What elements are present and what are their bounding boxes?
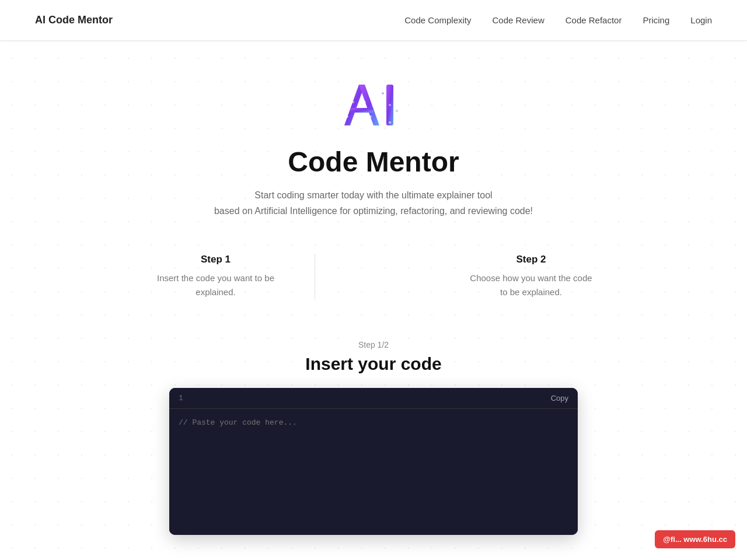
code-section-title: Insert your code [305,354,441,374]
code-section: Step 1/2 Insert your code 1 Copy [0,340,747,535]
svg-rect-2 [350,108,374,113]
hero-subtitle: Start coding smarter today with the ulti… [214,187,533,219]
hero-title: Code Mentor [288,146,459,178]
brand-name[interactable]: AI Code Mentor [35,14,113,26]
code-editor-header: 1 Copy [169,388,578,409]
svg-point-3 [357,80,361,83]
hero-subtitle-line2: based on Artificial Intelligence for opt… [214,206,533,216]
nav-item-review[interactable]: Code Review [493,15,544,26]
svg-point-11 [389,121,391,124]
svg-point-7 [364,101,366,103]
svg-point-4 [346,116,348,118]
nav-link-login[interactable]: Login [690,15,712,25]
copy-button[interactable]: Copy [551,394,568,402]
nav-link-complexity[interactable]: Code Complexity [404,15,471,25]
main-content: Code Mentor Start coding smarter today w… [0,41,747,535]
nav-link-review[interactable]: Code Review [493,15,544,25]
step-1-item: Step 1 Insert the code you want to be ex… [152,254,315,299]
step-2-description: Choose how you want the code to be expla… [467,271,595,299]
nav-link-pricing[interactable]: Pricing [643,15,669,25]
svg-point-6 [352,101,354,103]
hero-subtitle-line1: Start coding smarter today with the ulti… [254,190,492,200]
step-1-title: Step 1 [152,254,280,265]
step-2-title: Step 2 [467,254,595,265]
svg-point-10 [389,104,391,106]
nav-menu: Code Complexity Code Review Code Refacto… [404,15,712,26]
code-line-number: 1 [179,394,183,402]
nav-item-refactor[interactable]: Code Refactor [566,15,622,26]
nav-item-login[interactable]: Login [690,15,712,26]
svg-point-5 [369,116,372,118]
svg-point-9 [388,80,392,83]
step-1-description: Insert the code you want to be explained… [152,271,280,299]
code-editor-body[interactable] [169,409,578,535]
steps-section: Step 1 Insert the code you want to be ex… [0,254,747,299]
nav-link-refactor[interactable]: Code Refactor [566,15,622,25]
code-step-label: Step 1/2 [358,340,389,349]
step-2-item: Step 2 Choose how you want the code to b… [432,254,595,299]
watermark: @fi... www.6hu.cc [655,530,735,548]
code-editor: 1 Copy [169,388,578,535]
hero-logo [338,76,409,134]
nav-item-pricing[interactable]: Pricing [643,15,669,26]
nav-item-complexity[interactable]: Code Complexity [404,15,471,26]
svg-point-13 [396,110,398,112]
watermark-text: @fi... www.6hu.cc [663,535,727,544]
code-input[interactable] [179,418,568,523]
svg-marker-1 [359,85,379,125]
svg-point-12 [382,92,384,94]
navbar: AI Code Mentor Code Complexity Code Revi… [0,0,747,41]
